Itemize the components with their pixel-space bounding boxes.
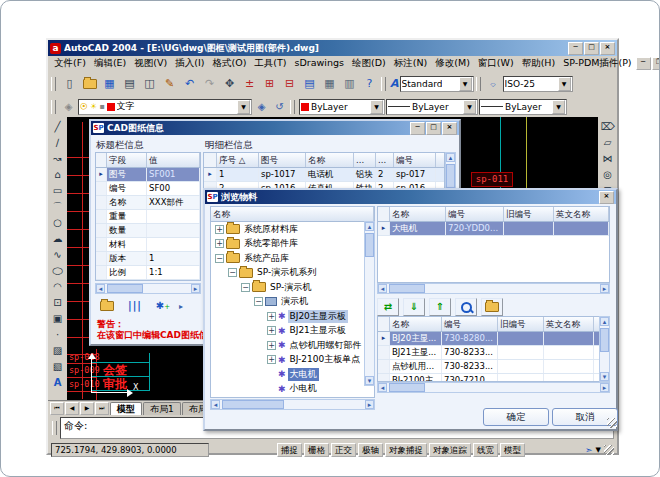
toolbar-grip[interactable] — [51, 100, 56, 114]
open-folder-icon[interactable] — [95, 298, 119, 315]
table-row[interactable]: ▸BJ20主显...730-8280... — [378, 332, 609, 346]
dialog-resize-grip[interactable] — [607, 418, 617, 428]
insert-block-icon[interactable]: ⊡ — [49, 295, 66, 311]
tree-header[interactable]: 名称 — [211, 207, 374, 221]
column-header[interactable]: 旧编号 — [498, 317, 544, 331]
expand-icon[interactable]: + — [267, 326, 276, 335]
lineweight-combo[interactable]: ByLayer ▼ — [479, 99, 567, 115]
tab-next-icon[interactable]: ▶ — [80, 402, 94, 415]
zoom-window-icon[interactable]: ⊞ — [260, 75, 279, 93]
layer-combo[interactable]: ⦿ ☀ ▪ 文字 ▼ — [78, 99, 252, 115]
expand-icon[interactable]: + — [267, 341, 276, 350]
collapse-icon[interactable]: − — [215, 254, 224, 263]
pan-icon[interactable]: ✥ — [220, 75, 239, 93]
titleblock-grid[interactable]: 字段值▸图号SF001编号SF00名称XXX部件重量数量材料版本1比例1:1 — [95, 152, 201, 281]
save-icon[interactable]: ▦ — [100, 75, 119, 93]
offset-icon[interactable]: ◎ — [599, 167, 616, 183]
polyline-icon[interactable]: ↝ — [49, 151, 66, 167]
column-header[interactable]: 值 — [147, 153, 200, 167]
rectangle-icon[interactable]: ▭ — [49, 183, 66, 199]
tree-hscrollbar[interactable]: ◂▸ — [210, 399, 375, 410]
table-row[interactable]: 编号SF00 — [96, 182, 200, 196]
communication-center-icon[interactable]: ➣ — [585, 445, 593, 455]
status-toggle-捕捉[interactable]: 捕捉 — [277, 443, 302, 457]
open-icon[interactable] — [80, 75, 99, 93]
plot-icon[interactable]: ▤ — [120, 75, 139, 93]
help-icon[interactable]: ? — [360, 75, 379, 93]
status-toggle-对象捕捉[interactable]: 对象捕捉 — [385, 443, 427, 457]
column-header[interactable]: 图号 — [259, 153, 306, 167]
column-header[interactable]: 旧编号 — [504, 207, 554, 221]
chevron-down-icon[interactable]: ▼ — [552, 100, 565, 114]
menu-item[interactable]: sDrawings — [291, 57, 348, 68]
expand-icon[interactable]: + — [267, 355, 276, 364]
menu-item[interactable]: 文件(F) — [50, 57, 90, 68]
text-style-combo[interactable]: Standard ▼ — [400, 76, 474, 92]
properties-icon[interactable]: ▤ — [300, 75, 319, 93]
linetype-combo[interactable]: ByLayer ▼ — [386, 99, 478, 115]
collapse-icon[interactable]: − — [228, 268, 237, 277]
menu-item[interactable]: 窗口(W) — [474, 57, 518, 68]
redo-icon[interactable]: ↷ — [200, 75, 219, 93]
status-toggle-极轴[interactable]: 极轴 — [358, 443, 383, 457]
tree-vscrollbar[interactable]: ▴▾ — [364, 221, 375, 386]
tab-模型[interactable]: 模型 — [110, 402, 142, 415]
chevron-down-icon[interactable]: ▼ — [237, 100, 250, 114]
status-toggle-线宽[interactable]: 线宽 — [473, 443, 498, 457]
selected-grid-hscrollbar[interactable]: ◂▸ — [377, 283, 610, 294]
tool-palettes-icon[interactable]: ▥ — [340, 75, 359, 93]
collapse-icon[interactable]: − — [241, 283, 250, 292]
color-combo[interactable]: ByLayer ▼ — [299, 99, 385, 115]
column-header[interactable]: 编号 — [446, 207, 504, 221]
download-icon[interactable]: ⇓ — [403, 298, 425, 316]
column-header[interactable]: ... — [376, 153, 394, 167]
new-icon[interactable]: ▯ — [60, 75, 79, 93]
tab-first-icon[interactable]: ⏮ — [50, 402, 64, 415]
tab-布局1[interactable]: 布局1 — [143, 402, 181, 415]
menu-item[interactable]: 视图(V) — [130, 57, 171, 68]
menu-item[interactable]: SP-PDM插件(P) — [559, 57, 635, 68]
tree-item[interactable]: +系统原材料库 — [211, 222, 374, 237]
tree-item[interactable]: −SP-演示机 — [211, 280, 374, 295]
column-header[interactable]: 英文名称 — [554, 207, 609, 221]
expand-icon[interactable]: + — [215, 225, 224, 234]
add-item-icon[interactable]: ✱+ — [151, 298, 175, 315]
column-header[interactable]: 编号 — [394, 153, 436, 167]
line-icon[interactable]: ╱ — [49, 119, 66, 135]
menu-item[interactable]: 格式(O) — [208, 57, 250, 68]
chevron-down-icon[interactable]: ▼ — [370, 100, 383, 114]
menu-item[interactable]: 修改(M) — [431, 57, 474, 68]
make-block-icon[interactable]: ▣ — [49, 311, 66, 327]
open-folder-icon[interactable] — [481, 298, 503, 316]
table-row[interactable]: ▸1sp-1017电话机铝块2sp-017 — [204, 168, 444, 182]
toolbar-grip[interactable] — [381, 77, 386, 91]
table-row[interactable]: 数量 — [96, 224, 200, 238]
table-row[interactable]: 版本1 — [96, 252, 200, 266]
mirror-icon[interactable]: ⋈ — [599, 151, 616, 167]
text-icon[interactable]: A — [49, 375, 66, 391]
tree-item[interactable]: ✱大电机 — [211, 367, 374, 382]
table-row[interactable]: ▸图号SF001 — [96, 168, 200, 182]
point-icon[interactable]: · — [49, 327, 66, 343]
table-row[interactable]: BJ21主显...730-8233... — [378, 346, 609, 360]
maximize-button[interactable]: □ — [584, 42, 599, 55]
columns-icon[interactable]: ||| — [123, 298, 147, 315]
tree-item[interactable]: +✱点钞机用螺钉部件 — [211, 338, 374, 353]
browse-dialog-titlebar[interactable]: SP 浏览物料 × — [205, 190, 616, 204]
layer-manager-icon[interactable]: ◈ — [60, 99, 77, 115]
table-row[interactable]: 重量 — [96, 210, 200, 224]
hatch-icon[interactable]: ▨ — [49, 343, 66, 359]
dialog-minimize-button[interactable]: ─ — [410, 122, 425, 135]
status-menu-icon[interactable]: ▼ — [596, 446, 601, 454]
column-header[interactable]: 编号 — [442, 317, 498, 331]
column-header[interactable]: 序号 △ — [217, 153, 259, 167]
column-header[interactable]: 名称 — [390, 207, 446, 221]
menu-item[interactable]: 编辑(E) — [90, 57, 130, 68]
dialog-maximize-button[interactable]: □ — [426, 122, 441, 135]
upload-icon[interactable]: ⇑ — [429, 298, 451, 316]
mdi-restore-button[interactable]: ❐ — [652, 57, 660, 70]
toolbar-grip[interactable] — [52, 421, 57, 435]
zoom-realtime-icon[interactable]: ± — [240, 75, 259, 93]
menu-item[interactable]: 绘图(D) — [348, 57, 390, 68]
tab-prev-icon[interactable]: ◀ — [65, 402, 79, 415]
